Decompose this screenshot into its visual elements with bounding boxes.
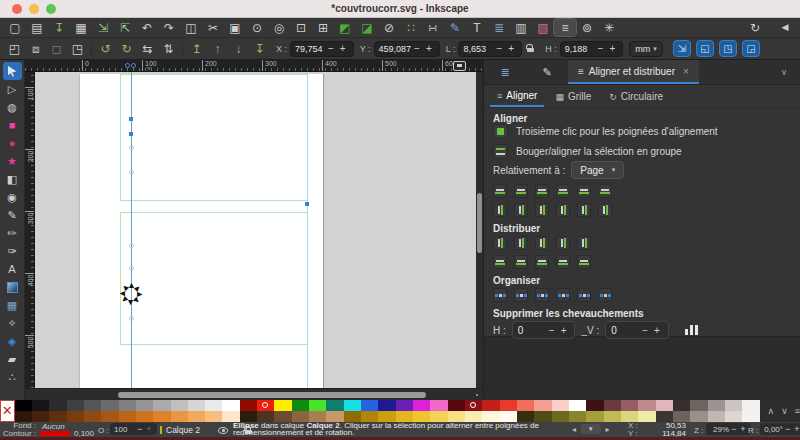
- box-3d-tool[interactable]: ◧: [3, 170, 22, 188]
- rotation-value[interactable]: 0,00°: [763, 425, 783, 434]
- pen-tool[interactable]: ✏: [3, 224, 22, 242]
- palette-swatch[interactable]: [205, 400, 222, 411]
- canvas-viewport[interactable]: ▲▲▲▲▲▲▲▲: [35, 72, 476, 388]
- ellipse-tool[interactable]: ●: [3, 134, 22, 152]
- palette-swatch[interactable]: [188, 400, 205, 411]
- y-value[interactable]: 459,087: [379, 44, 412, 54]
- distribute-equal-horizontal-gaps-button[interactable]: [556, 236, 570, 250]
- palette-swatch[interactable]: [171, 400, 188, 411]
- palette-swatch[interactable]: [119, 400, 136, 411]
- palette-swatch[interactable]: [500, 400, 517, 411]
- export-icon[interactable]: ⇱: [114, 19, 136, 36]
- palette-swatch[interactable]: [378, 400, 395, 411]
- distribute-text-horizontal-button[interactable]: [577, 236, 591, 250]
- node-editor-tool[interactable]: ▷: [3, 80, 22, 98]
- palette-swatch[interactable]: [569, 400, 586, 411]
- palette-swatch[interactable]: [101, 400, 118, 411]
- palette-swatch[interactable]: [621, 400, 638, 411]
- align-left-to-anchor-right-button[interactable]: [493, 184, 507, 198]
- align-bottom-to-anchor-top-button[interactable]: [577, 203, 591, 217]
- spray-tool[interactable]: ∴: [3, 368, 22, 386]
- lower-icon[interactable]: ↓: [228, 40, 249, 57]
- undo-icon[interactable]: ↶: [136, 19, 158, 36]
- rearrange-graph-button[interactable]: [493, 288, 507, 302]
- x-increment-button[interactable]: +: [337, 43, 349, 54]
- y-decrement-button[interactable]: −: [411, 43, 423, 54]
- clone-icon[interactable]: ◪: [356, 19, 378, 36]
- align-distribute-dialog-icon[interactable]: ≡: [554, 19, 576, 36]
- object-outline[interactable]: [120, 74, 308, 201]
- dock-menu-chevron-icon[interactable]: ∨: [767, 60, 800, 84]
- text-anchor-vertical-button[interactable]: [598, 203, 612, 217]
- spiral-tool[interactable]: ◉: [3, 188, 22, 206]
- randomize-positions-button[interactable]: [577, 288, 591, 302]
- dropper-tool[interactable]: ✧: [3, 314, 22, 332]
- distribute-centers-horizontally-button[interactable]: [514, 236, 528, 250]
- flip-vertical-icon[interactable]: ⇅: [158, 40, 179, 57]
- raise-icon[interactable]: ↑: [207, 40, 228, 57]
- palette-swatch[interactable]: [586, 400, 603, 411]
- palette-swatch[interactable]: [413, 400, 430, 411]
- horizontal-ruler[interactable]: 0100200300400500600: [25, 60, 483, 72]
- y-input[interactable]: 459,087 − +: [374, 41, 440, 57]
- preferences-icon[interactable]: ✳: [598, 19, 620, 36]
- rotation-decrement-button[interactable]: −: [783, 424, 792, 434]
- width-value[interactable]: 8,653: [463, 44, 493, 54]
- object-properties-dialog-icon[interactable]: ▥: [510, 19, 532, 36]
- palette-swatch[interactable]: [552, 411, 569, 422]
- palette-scroll-down-icon[interactable]: ∨: [781, 406, 788, 416]
- palette-swatch[interactable]: [742, 400, 759, 411]
- palette-swatch[interactable]: [153, 411, 170, 422]
- redo-icon[interactable]: ↷: [158, 19, 180, 36]
- palette-swatch[interactable]: [690, 411, 707, 422]
- palette-swatch[interactable]: [656, 400, 673, 411]
- palette-swatch[interactable]: [465, 400, 482, 411]
- align-handles-toggle[interactable]: [493, 124, 508, 139]
- palette-swatch[interactable]: [240, 400, 257, 411]
- star-tool[interactable]: ★: [3, 152, 22, 170]
- unit-dropdown[interactable]: mm ▾: [629, 41, 663, 57]
- distribute-text-vertical-button[interactable]: [577, 255, 591, 269]
- object-node[interactable]: [129, 132, 133, 136]
- align-top-to-anchor-bottom-button[interactable]: [493, 203, 507, 217]
- palette-swatch[interactable]: [344, 400, 361, 411]
- opacity-decrement-button[interactable]: −: [134, 424, 145, 434]
- palette-swatch[interactable]: [482, 400, 499, 411]
- remove-overlaps-button[interactable]: [685, 325, 698, 335]
- palette-scroll-up-icon[interactable]: ∧: [768, 406, 775, 416]
- palette-swatch[interactable]: [604, 400, 621, 411]
- copy-icon[interactable]: ◫: [180, 19, 202, 36]
- object-node[interactable]: [129, 145, 134, 150]
- palette-swatch[interactable]: [517, 400, 534, 411]
- palette-swatch[interactable]: [49, 411, 66, 422]
- palette-swatch[interactable]: [309, 400, 326, 411]
- guide-line[interactable]: [307, 72, 308, 388]
- opacity-input[interactable]: 100 − +: [110, 423, 157, 435]
- palette-swatch[interactable]: [188, 411, 205, 422]
- center-on-vertical-axis-button[interactable]: [535, 184, 549, 198]
- palette-swatch[interactable]: [119, 411, 136, 422]
- palette-swatch[interactable]: [690, 400, 707, 411]
- center-on-horizontal-axis-button[interactable]: [535, 203, 549, 217]
- palette-swatch[interactable]: [326, 400, 343, 411]
- cut-icon[interactable]: ✂: [202, 19, 224, 36]
- horizontal-scrollbar[interactable]: [25, 388, 483, 400]
- object-node[interactable]: [305, 202, 309, 206]
- paint-bucket-tool[interactable]: ◈: [3, 332, 22, 350]
- distribute-bottom-edges-button[interactable]: [535, 255, 549, 269]
- zoom-page-icon[interactable]: ⊡: [290, 19, 312, 36]
- palette-swatch[interactable]: [136, 411, 153, 422]
- nav-right-icon[interactable]: ▸: [606, 425, 610, 434]
- palette-swatch[interactable]: [569, 411, 586, 422]
- duplicate-icon[interactable]: ◩: [334, 19, 356, 36]
- rotate-90-cw-icon[interactable]: ↻: [116, 40, 137, 57]
- nav-down-button[interactable]: ▾: [581, 424, 601, 434]
- save-document-icon[interactable]: ↧: [48, 19, 70, 36]
- paste-icon[interactable]: ▣: [224, 19, 246, 36]
- align-top-edges-button[interactable]: [514, 203, 528, 217]
- fill-stroke-panel-icon[interactable]: ✎: [526, 60, 568, 84]
- zoom-value[interactable]: 29%: [709, 425, 729, 434]
- x-decrement-button[interactable]: −: [325, 43, 337, 54]
- align-left-edges-button[interactable]: [514, 184, 528, 198]
- palette-swatch[interactable]: [604, 411, 621, 422]
